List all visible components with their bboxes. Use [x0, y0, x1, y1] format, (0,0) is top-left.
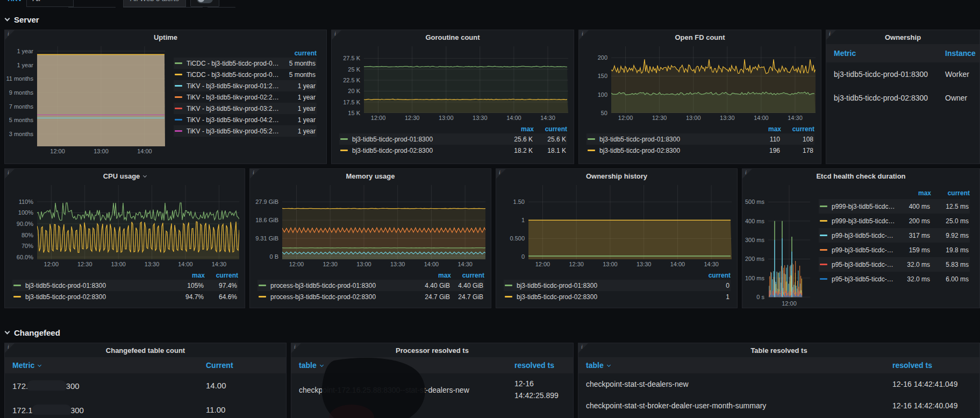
column-header-table[interactable]: table — [291, 361, 507, 370]
legend-col-current[interactable]: current — [451, 272, 484, 279]
legend-col-max[interactable]: max — [897, 189, 931, 197]
uptime-chart[interactable] — [37, 46, 165, 146]
legend-col-current[interactable]: current — [931, 189, 970, 197]
panel-title[interactable]: Uptime — [5, 30, 326, 44]
panel-title[interactable]: Ownership history — [496, 169, 737, 183]
column-header-instance[interactable]: Instance — [945, 49, 979, 58]
series-color-dash — [820, 278, 827, 280]
column-header-table[interactable]: table — [578, 361, 885, 370]
column-header-metric[interactable]: Metric — [826, 49, 945, 58]
legend-item[interactable]: bj3-tidb5-ticdc-prod-01:8300 105% 97.4% — [12, 280, 238, 291]
legend-item[interactable]: TiKV - bj3-tidb5-tikv-prod-03:20180 1 ye… — [174, 103, 317, 114]
legend-item[interactable]: p99-bj3-tidb5-ticdc-prod-02:8300 159 ms … — [819, 243, 970, 257]
x-axis: 12:0012:3013:0013:3014:0014:30 — [528, 259, 732, 269]
open-fd-chart[interactable] — [611, 46, 816, 113]
legend-col-current[interactable]: current — [205, 272, 238, 279]
cpu-legend: max current bj3-tidb5-ticdc-prod-01:8300… — [5, 269, 245, 304]
ownership-history-chart[interactable] — [528, 185, 732, 259]
panel-info-corner[interactable] — [249, 168, 260, 179]
legend-col-current[interactable]: current — [283, 49, 317, 57]
memory-chart[interactable] — [282, 185, 485, 259]
legend-col-max[interactable]: max — [500, 125, 534, 133]
legend-item[interactable]: p99-bj3-tidb5-ticdc-prod-01:8300 317 ms … — [819, 228, 970, 243]
legend-item[interactable]: bj3-tidb5-ticdc-prod-01:8300 25.6 K 25.6… — [339, 133, 567, 145]
legend-item[interactable]: bj3-tidb5-ticdc-prod-01:8300 110 108 — [586, 133, 814, 145]
info-icon: i — [294, 344, 296, 350]
legend-col-max[interactable]: max — [171, 272, 205, 279]
panel-info-corner[interactable] — [496, 168, 506, 179]
panel-info-corner[interactable] — [4, 168, 15, 179]
legend-col-current[interactable]: current — [781, 125, 814, 133]
panel-info-corner[interactable] — [331, 30, 342, 40]
table-header: Metric Current — [5, 357, 286, 373]
panel-title[interactable]: Ownership — [826, 30, 979, 44]
panel-title[interactable]: CPU usage — [5, 169, 245, 183]
legend-item[interactable]: TiCDC - bj3-tidb5-ticdc-prod-01:8300 5 m… — [174, 58, 317, 69]
series-color-dash — [820, 220, 827, 222]
legend-current-value: 1 — [696, 293, 729, 301]
legend-item[interactable]: p999-bj3-tidb5-ticdc-prod-01:8300 400 ms… — [819, 199, 970, 214]
legend-col-current[interactable]: current — [697, 272, 731, 279]
legend-current-value: 4.40 GiB — [450, 282, 483, 289]
panel-title[interactable]: Open FD count — [579, 30, 821, 44]
panel-info-corner[interactable] — [4, 30, 15, 40]
legend-item[interactable]: TiKV - bj3-tidb5-tikv-prod-05:20180 1 ye… — [174, 125, 317, 137]
etcd-chart[interactable] — [768, 185, 810, 299]
column-header-resolved-ts[interactable]: resolved ts — [885, 361, 979, 370]
memory-legend: max current process-bj3-tidb5-ticdc-prod… — [250, 269, 491, 304]
panel-title[interactable]: Processor resolved ts — [291, 343, 573, 357]
panel-info-corner[interactable] — [4, 343, 15, 353]
cpu-chart[interactable] — [37, 185, 239, 259]
legend-label: p95-bj3-tidb5-ticdc-prod-01:8300 — [832, 261, 896, 268]
panel-title[interactable]: Table resolved ts — [578, 343, 979, 357]
panel-info-corner[interactable] — [578, 343, 589, 353]
panel-title[interactable]: Memory usage — [250, 169, 491, 183]
ownership-table-header: Metric Instance — [826, 44, 979, 62]
legend-current-value: 5 months — [282, 60, 316, 67]
legend-current-value: 1 year — [282, 82, 316, 90]
legend-item[interactable]: TiKV - bj3-tidb5-tikv-prod-01:20180 1 ye… — [174, 80, 317, 91]
column-header-current[interactable]: Current — [198, 361, 286, 370]
goroutine-chart[interactable] — [364, 46, 568, 113]
legend-item[interactable]: bj3-tidb5-ticdc-prod-01:8300 0 — [504, 280, 731, 291]
filter-dropdown[interactable]: All — [26, 0, 74, 7]
toggle-switch[interactable] — [207, 7, 236, 8]
legend-item[interactable]: p95-bj3-tidb5-ticdc-prod-02:8300 32.0 ms… — [819, 272, 970, 286]
open-fd-legend: max current bj3-tidb5-ticdc-prod-01:8300… — [579, 123, 821, 158]
legend-col-current[interactable]: current — [534, 125, 567, 133]
panel-info-corner[interactable] — [742, 168, 753, 179]
legend-item[interactable]: p95-bj3-tidb5-ticdc-prod-01:8300 32.0 ms… — [819, 257, 970, 272]
section-header-changefeed[interactable]: Changefeed — [0, 308, 980, 343]
toggle-label: All Web 5 alerts — [123, 0, 186, 7]
panel-info-corner[interactable] — [291, 343, 302, 353]
legend-item[interactable]: process-bj3-tidb5-ticdc-prod-01:8300 4.4… — [257, 280, 484, 291]
table-row: 172.8300 14.00 — [5, 373, 286, 398]
panel-title[interactable]: Goroutine count — [332, 30, 574, 44]
column-header-resolved-ts[interactable]: resolved ts — [507, 361, 573, 370]
series-color-dash — [175, 85, 182, 87]
legend-col-max[interactable]: max — [748, 125, 781, 133]
panel-info-corner[interactable] — [578, 30, 589, 40]
legend-item[interactable]: bj3-tidb5-ticdc-prod-02:8300 196 178 — [586, 145, 814, 156]
legend-col-max[interactable]: max — [418, 272, 451, 279]
legend-item[interactable]: TiKV - bj3-tidb5-tikv-prod-02:20180 1 ye… — [174, 91, 317, 103]
chevron-down-icon — [143, 173, 147, 177]
section-header-server[interactable]: Server — [0, 8, 980, 30]
filter-dropdown[interactable]: All — [68, 7, 116, 8]
chevron-down-icon — [5, 329, 10, 334]
legend-item[interactable]: process-bj3-tidb5-ticdc-prod-02:8300 24.… — [257, 291, 484, 302]
panel-changefeed-table-count: i Changefeed table count Metric Current … — [4, 343, 287, 418]
legend-item[interactable]: bj3-tidb5-ticdc-prod-02:8300 18.2 K 18.1… — [339, 145, 567, 156]
panel-title[interactable]: Etcd health check duration — [742, 169, 979, 183]
legend-max-value: 400 ms — [896, 203, 930, 210]
panel-title[interactable]: Changefeed table count — [5, 343, 286, 357]
toggle-switch[interactable] — [190, 0, 219, 7]
legend-item[interactable]: TiKV - bj3-tidb5-tikv-prod-04:20180 1 ye… — [174, 114, 317, 125]
legend-label: TiKV - bj3-tidb5-tikv-prod-03:20180 — [187, 105, 282, 112]
legend-item[interactable]: TiCDC - bj3-tidb5-ticdc-prod-02:8300 5 m… — [174, 69, 317, 80]
legend-item[interactable]: bj3-tidb5-ticdc-prod-02:8300 1 — [504, 291, 731, 302]
legend-item[interactable]: p999-bj3-tidb5-ticdc-prod-02:8300 200 ms… — [819, 214, 970, 228]
legend-item[interactable]: bj3-tidb5-ticdc-prod-02:8300 94.7% 64.6% — [12, 291, 238, 302]
panel-info-corner[interactable] — [826, 30, 836, 40]
column-header-metric[interactable]: Metric — [5, 361, 198, 370]
